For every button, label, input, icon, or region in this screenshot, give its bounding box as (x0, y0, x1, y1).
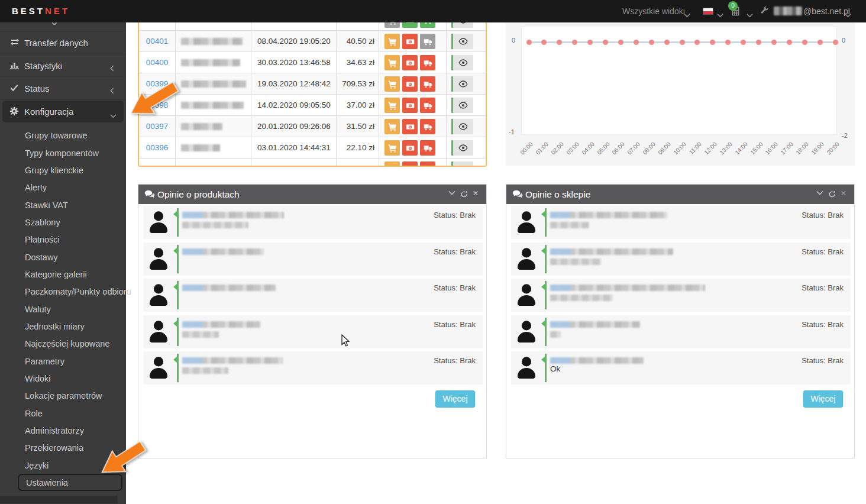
review-item: Status: Brak (511, 243, 851, 276)
cart-icon-button[interactable] (384, 98, 400, 113)
review-item: Status: Brak (511, 315, 851, 348)
order-row: 0039814.02.2020 09:05:5037.00 zł0 (139, 95, 486, 116)
review-text-redacted (182, 331, 219, 338)
sidebar-subitem-stawki-vat[interactable]: Stawki VAT (0, 196, 126, 214)
order-id-link[interactable]: 00396 (139, 137, 176, 159)
name-blur (181, 144, 220, 151)
cart-icon-button[interactable] (384, 161, 400, 167)
eye-icon-button[interactable] (453, 119, 473, 134)
banknote-icon-button[interactable]: 0 (402, 161, 418, 167)
notification-badge: 0 (728, 1, 738, 11)
data-point (649, 40, 654, 45)
truck-icon-button[interactable] (420, 34, 435, 49)
review-status: Status: Brak (434, 356, 476, 365)
chevron-left-icon (110, 86, 117, 92)
customer-name-redacted (176, 73, 251, 95)
order-id-link[interactable]: 00397 (139, 116, 176, 137)
sidebar-item-konfiguracja[interactable]: Konfiguracja (0, 99, 126, 122)
sidebar-subitem-ustawienia-highlighted[interactable]: Ustawienia (18, 474, 122, 491)
sidebar-subitem-administratorzy[interactable]: Administratorzy (0, 422, 126, 439)
truck-icon-button[interactable] (420, 119, 435, 134)
eye-icon-button[interactable] (453, 161, 473, 167)
order-id-link[interactable]: 00400 (139, 52, 176, 73)
truck-icon-button[interactable] (420, 98, 435, 113)
sidebar-subitem-alerty[interactable]: Alerty (0, 179, 126, 196)
user-menu[interactable]: @best.net.pl (803, 0, 850, 22)
views-dropdown[interactable]: Wszystkie widoki (622, 0, 685, 22)
sidebar-subitem-grupy-towarowe[interactable]: Grupy towarowe (0, 127, 126, 144)
data-point (787, 40, 792, 45)
order-id-link[interactable]: 00401 (139, 31, 176, 52)
x-axis-label: 16:00 (760, 141, 779, 160)
chevron-down-icon (747, 9, 753, 14)
banknote-icon-button[interactable]: 0 (402, 34, 418, 49)
truck-icon-button[interactable] (420, 161, 435, 167)
sidebar-subitem-jednostki-miary[interactable]: Jednostki miary (0, 318, 126, 335)
order-id-link (139, 159, 176, 167)
banknote-icon-button[interactable]: 0 (402, 76, 418, 92)
sidebar-subitem-waluty[interactable]: Waluty (0, 301, 126, 318)
user-email-redacted (774, 7, 802, 15)
sidebar-subitem-płatności[interactable]: Płatności (0, 231, 126, 248)
cart-icon-button[interactable] (384, 140, 400, 156)
sidebar-subitem-grupy-klienckie[interactable]: Grupy klienckie (0, 161, 126, 179)
sidebar-subitem-typy-komponentów[interactable]: Typy komponentów (0, 144, 126, 161)
cart-icon-button[interactable] (384, 119, 400, 134)
eye-icon-button[interactable] (453, 98, 473, 113)
chevron-down-icon (717, 9, 723, 14)
banknote-icon-button[interactable]: 0 (402, 119, 418, 134)
sidebar-subitem-parametry[interactable]: Parametry (0, 353, 126, 370)
cart-icon-button[interactable] (384, 34, 400, 49)
collapse-chevron-icon[interactable] (448, 190, 455, 195)
sidebar-subitem-szablony[interactable]: Szablony (0, 214, 126, 231)
close-icon[interactable]: × (841, 189, 846, 198)
data-point (572, 40, 577, 45)
order-id-link[interactable]: 00399 (139, 73, 176, 95)
refresh-icon[interactable] (828, 190, 836, 198)
sidebar-subitem-dostawy[interactable]: Dostawy (0, 248, 126, 266)
wrench-icon[interactable] (761, 7, 769, 17)
more-button[interactable]: Więcej (435, 390, 475, 408)
sidebar-subitem-label: Paczkomaty/Punkty odbioru (25, 287, 131, 296)
order-date: 30.03.2020 13:46:58 (251, 52, 337, 73)
close-icon[interactable]: × (473, 189, 479, 198)
truck-icon-button[interactable] (420, 140, 435, 156)
sidebar-subitem-widoki[interactable]: Widoki (0, 370, 126, 387)
x-axis-label: 10:00 (668, 141, 687, 160)
eye-icon-button[interactable] (453, 34, 473, 49)
refresh-icon[interactable] (460, 190, 468, 198)
avatar (148, 319, 169, 344)
sidebar-item-status[interactable]: Status (0, 76, 126, 99)
sidebar-subitem-lokacje-parametrów[interactable]: Lokacje parametrów (0, 387, 126, 405)
sidebar-subitem-paczkomaty-punkty-odbioru[interactable]: Paczkomaty/Punkty odbioru (0, 283, 126, 301)
sidebar-subitem-label: Grupy towarowe (25, 131, 88, 140)
cart-icon-button[interactable] (384, 55, 400, 70)
banknote-icon-button[interactable]: 0 (402, 98, 418, 113)
more-button[interactable]: Więcej (803, 390, 843, 408)
sidebar-subitem-role[interactable]: Role (0, 405, 126, 422)
order-date: 20.01.2020 09:26:06 (251, 116, 337, 137)
sidebar-item-transfer-danych[interactable]: Transfer danych (0, 31, 126, 54)
panel-header: Opinie o sklepie × (506, 185, 854, 204)
sidebar-subitem-najczęściej-kupowane[interactable]: Najczęściej kupowane (0, 335, 126, 353)
eye-icon-button[interactable] (453, 55, 473, 70)
sidebar-subitem-przekierowania[interactable]: Przekierowania (0, 440, 126, 457)
eye-icon-button[interactable] (453, 76, 473, 92)
sidebar-subitem-języki[interactable]: Języki (0, 457, 126, 474)
banknote-icon-button[interactable]: 0 (402, 55, 418, 70)
dashboard-screen: BESTNET Wszystkie widoki 0 @best.net.pl … (0, 0, 866, 504)
sidebar-subitem-kategorie-galerii[interactable]: Kategorie galerii (0, 266, 126, 283)
cart-icon-button[interactable] (384, 76, 400, 92)
language-flag-dropdown[interactable] (703, 8, 713, 15)
data-point (756, 40, 761, 45)
collapse-chevron-icon[interactable] (816, 190, 823, 195)
eye-icon-button[interactable] (453, 140, 473, 156)
sidebar-item-statystyki[interactable]: Statystyki (0, 54, 126, 77)
x-axis-label: 19:00 (806, 141, 825, 160)
review-status: Status: Brak (434, 211, 476, 219)
truck-icon-button[interactable] (420, 76, 435, 92)
truck-icon-button[interactable] (420, 55, 435, 70)
banknote-icon-button[interactable]: 0 (402, 140, 418, 156)
review-status: Status: Brak (802, 320, 844, 329)
order-id-link[interactable]: 00398 (139, 95, 176, 116)
